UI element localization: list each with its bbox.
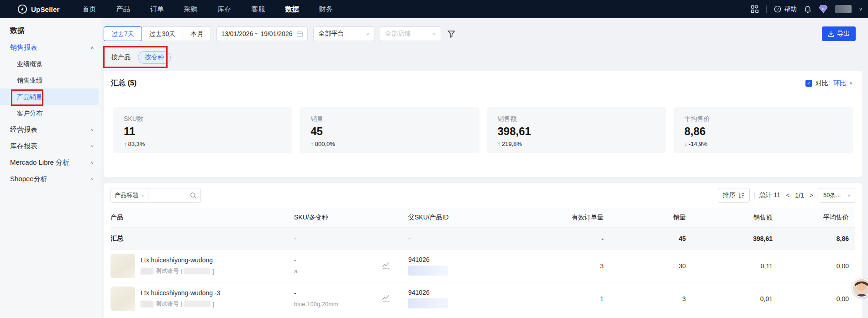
quick-range-group: 过去7天 过去30天 本月 <box>104 26 211 41</box>
customer-service-avatar[interactable] <box>852 278 868 297</box>
sidebar-item-performance-overview[interactable]: 业绩概览 <box>0 56 101 72</box>
trend-chart-icon[interactable] <box>382 261 390 269</box>
avg-price-value: 0,00 <box>779 262 855 270</box>
col-header-amount: 销售额 <box>692 214 779 222</box>
export-button[interactable]: 导出 <box>822 26 856 41</box>
sku-variant: a <box>294 268 382 275</box>
summary-row-amount: 398,61 <box>692 235 779 242</box>
parent-sku-redacted <box>408 298 448 308</box>
view-tabs: 按产品 按变种 <box>110 51 171 64</box>
sidebar-item-product-sales[interactable]: 产品销量 <box>0 89 99 105</box>
apps-grid-icon[interactable] <box>751 5 759 13</box>
kpi-delta: 219,8% <box>502 141 522 147</box>
search-input[interactable] <box>148 188 190 202</box>
nav-item-products[interactable]: 产品 <box>106 0 140 18</box>
kpi-label: 销量 <box>310 115 468 123</box>
summary-row-sku: - <box>294 235 382 242</box>
kpi-label: 平均售价 <box>684 115 842 123</box>
qty-value: 30 <box>610 262 692 270</box>
summary-row-orders: - <box>559 235 610 242</box>
summary-card: 汇总 ($) ✓ 对比: 环比 ∨ SKU数 11 ↑83,3% 销量 45 ↑… <box>104 71 862 177</box>
shop-select[interactable]: 全部店铺 ∨ <box>380 26 441 41</box>
nav-item-data[interactable]: 数据 <box>275 0 309 18</box>
compare-value-dropdown[interactable]: 环比 <box>833 79 846 88</box>
search-field-select[interactable]: 产品标题 ∨ <box>111 188 148 202</box>
range-thismonth-button[interactable]: 本月 <box>183 26 211 41</box>
sku-cell: - a <box>294 257 382 275</box>
kpi-card-sales-qty: 销量 45 ↑800,0% <box>300 107 479 153</box>
chevron-down-icon: ∨ <box>90 140 94 152</box>
product-account-line: 测试账号 [ ] <box>141 300 220 308</box>
nav-item-service[interactable]: 客服 <box>241 0 275 18</box>
sidebar-group-sales-reports[interactable]: 销售报表 ∧ <box>0 39 101 56</box>
user-name-redacted[interactable] <box>835 5 852 13</box>
sidebar-group-shopee-analysis[interactable]: Shopee分析 ∨ <box>0 171 101 187</box>
trend-cell <box>382 261 408 270</box>
parent-product-id: 941026 <box>408 289 559 296</box>
sidebar-item-customer-distribution[interactable]: 客户分布 <box>0 105 101 121</box>
page-size-value: 50条... <box>823 191 841 199</box>
account-prefix: 测试账号 [ <box>155 267 182 275</box>
trend-cell <box>382 294 408 303</box>
kpi-value: 398,61 <box>498 125 655 138</box>
sidebar-item-sales-performance[interactable]: 销售业绩 <box>0 72 101 89</box>
date-range-picker[interactable]: 13/01/2026 ~ 19/01/2026 <box>216 26 308 41</box>
platform-select[interactable]: 全部平台 ∨ <box>313 26 374 41</box>
notifications-bell-icon[interactable] <box>804 5 811 13</box>
page-next-button[interactable]: > <box>809 192 814 199</box>
range-last30days-button[interactable]: 过去30天 <box>142 26 184 41</box>
page-size-select[interactable]: 50条... ∨ <box>819 188 855 203</box>
col-header-avg-price: 平均售价 <box>779 214 855 222</box>
kpi-delta: 800,0% <box>315 141 335 147</box>
valid-orders-value: 3 <box>559 262 610 270</box>
kpi-card-avg-price: 平均售价 8,86 ↓-14,9% <box>673 107 853 153</box>
calendar-icon <box>296 31 303 37</box>
table-row: Ltx huiceshiyong-wudong 测试账号 [ ] - a <box>110 250 855 282</box>
sidebar-group-inventory-reports[interactable]: 库存报表 ∨ <box>0 138 101 154</box>
nav-item-purchasing[interactable]: 采购 <box>174 0 207 18</box>
nav-item-finance[interactable]: 财务 <box>309 0 342 18</box>
chevron-down-icon[interactable]: ∨ <box>849 81 853 86</box>
kpi-delta: 83,3% <box>128 141 145 147</box>
user-menu-chevron-down-icon[interactable]: ∨ <box>859 7 863 11</box>
sidebar-group-operating-reports[interactable]: 经营报表 ∨ <box>0 121 101 138</box>
help-button[interactable]: ? 帮助 <box>774 5 797 13</box>
navbar-right: ? 帮助 S ∨ <box>751 5 868 13</box>
main-nav: 首页 产品 订单 采购 库存 客服 数据 财务 <box>72 0 342 18</box>
page-prev-button[interactable]: < <box>785 192 790 199</box>
sku-primary: - <box>294 290 382 297</box>
data-table: 产品 SKU/多变种 父SKU/产品ID 有效订单量 销量 销售额 平均售价 汇… <box>110 208 855 315</box>
chevron-down-icon: ∨ <box>141 193 144 197</box>
search-group: 产品标题 ∨ <box>110 188 201 203</box>
product-title: Ltx huiceshiyong-wudong <box>141 256 214 264</box>
sort-button[interactable]: 排序 <box>718 188 750 203</box>
brand-logo[interactable]: UpSeller <box>0 4 64 14</box>
product-thumbnail <box>110 254 135 278</box>
account-name-redacted <box>184 268 210 274</box>
nav-item-orders[interactable]: 订单 <box>140 0 174 18</box>
membership-gem-icon[interactable]: S <box>819 5 828 13</box>
nav-item-home[interactable]: 首页 <box>72 0 106 18</box>
range-last7days-button[interactable]: 过去7天 <box>104 26 142 41</box>
account-name-redacted <box>184 301 210 307</box>
sort-label: 排序 <box>723 191 736 199</box>
search-field-value: 产品标题 <box>115 191 138 199</box>
trend-chart-icon[interactable] <box>382 294 390 302</box>
brand-name: UpSeller <box>31 5 59 13</box>
platform-select-value: 全部平台 <box>318 30 344 38</box>
summary-header: 汇总 ($) ✓ 对比: 环比 ∨ <box>104 71 862 96</box>
compare-checkbox[interactable]: ✓ <box>805 80 812 87</box>
upseller-logo-icon <box>17 4 27 14</box>
account-prefix: 测试账号 [ <box>155 300 182 308</box>
search-icon[interactable] <box>190 192 200 199</box>
amount-value: 0,11 <box>692 262 779 270</box>
main-content: 过去7天 过去30天 本月 13/01/2026 ~ 19/01/2026 全部… <box>101 18 868 318</box>
filter-funnel-icon[interactable] <box>447 30 455 38</box>
tab-by-variant[interactable]: 按变种 <box>138 51 171 64</box>
tab-by-product[interactable]: 按产品 <box>110 51 132 64</box>
export-label: 导出 <box>837 30 850 38</box>
sidebar-group-mercado-libre-analysis[interactable]: Mercado Libre 分析 ∨ <box>0 154 101 171</box>
help-label: 帮助 <box>784 5 797 13</box>
product-account-line: 测试账号 [ ] <box>141 267 214 275</box>
nav-item-inventory[interactable]: 库存 <box>207 0 241 18</box>
